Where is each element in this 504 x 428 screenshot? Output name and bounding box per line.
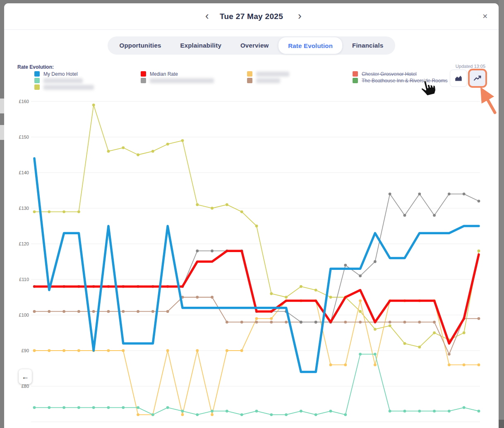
legend-item[interactable] [247, 71, 289, 77]
tab-bar: OpportunitiesExplainabilityOverviewRate … [108, 36, 396, 55]
area-chart-icon [454, 74, 463, 83]
page-scrollbar-track[interactable] [499, 0, 504, 428]
series-dot-redacted-competitor-teal [137, 406, 139, 409]
series-dot-redacted-competitor-gold [181, 413, 184, 416]
area-chart-button[interactable] [450, 70, 467, 87]
series-dot-redacted-competitor-teal [300, 410, 302, 413]
tab-overview[interactable]: Overview [231, 38, 278, 53]
series-dot-redacted-competitor-khaki [433, 332, 436, 334]
series-dot-redacted-competitor-teal [211, 410, 214, 413]
series-dot-redacted-competitor-gold [226, 349, 228, 352]
legend-title: Rate Evolution: [17, 64, 54, 70]
series-dot-redacted-competitor-tan [418, 321, 421, 324]
series-dot-redacted-competitor-khaki [166, 143, 169, 146]
series-dot-redacted-competitor-tan [107, 310, 110, 313]
series-dot-redacted-competitor-gold [196, 349, 199, 352]
series-dot-redacted-competitor-tan [62, 310, 65, 313]
series-dot-redacted-competitor-teal [77, 406, 80, 409]
series-dot-redacted-competitor-gold [137, 413, 139, 416]
scroll-left-button[interactable]: ← [19, 369, 32, 384]
series-dot-redacted-competitor-tan [226, 321, 228, 324]
series-dot-redacted-competitor-teal [62, 406, 65, 409]
series-dot-redacted-competitor-tan [166, 310, 169, 313]
series-dot-redacted-competitor-teal [448, 410, 451, 413]
series-dot-redacted-competitor-gold [478, 363, 480, 366]
legend-label-redacted [256, 78, 280, 83]
line-chart-icon [473, 74, 482, 83]
series-dot-redacted-competitor-teal [329, 410, 332, 413]
series-dot-redacted-competitor-teal [433, 410, 436, 413]
series-dot-redacted-competitor-khaki [211, 207, 214, 210]
series-dot-redacted-competitor-tan [478, 317, 480, 320]
tab-explainability[interactable]: Explainability [170, 38, 231, 53]
series-dot-redacted-competitor-teal [270, 413, 273, 416]
series-dot-redacted-competitor-tan [403, 321, 406, 324]
series-dot-redacted-competitor-teal [344, 413, 347, 416]
legend-swatch [247, 71, 252, 77]
tab-financials[interactable]: Financials [343, 38, 393, 53]
series-dot-redacted-competitor-gray [418, 192, 421, 195]
legend-item[interactable] [247, 78, 289, 83]
y-axis-tick-label: £110 [19, 277, 29, 282]
series-dot-redacted-competitor-gold [77, 349, 80, 352]
legend-item[interactable]: Median Rate [141, 71, 214, 77]
series-dot-redacted-competitor-teal [33, 406, 36, 409]
y-axis-tick-label: £100 [19, 313, 29, 317]
series-dot-redacted-competitor-khaki [463, 332, 466, 334]
series-dot-redacted-competitor-tan [33, 310, 36, 313]
series-dot-redacted-competitor-teal [374, 353, 377, 356]
series-dot-redacted-competitor-gold [48, 349, 50, 352]
updated-timestamp: Updated 13:05 [456, 64, 485, 69]
series-dot-redacted-competitor-khaki [137, 154, 139, 156]
legend-item[interactable] [34, 84, 94, 90]
line-chart-button[interactable] [468, 69, 487, 88]
series-dot-redacted-competitor-khaki [77, 210, 80, 213]
legend-item[interactable]: The Boathouse Inn & Riverside Rooms [353, 78, 447, 83]
legend-column: Chester Grosvenor HotelThe Boathouse Inn… [353, 71, 447, 84]
series-dot-redacted-competitor-teal [196, 413, 199, 416]
series-dot-redacted-competitor-tan [92, 310, 95, 313]
series-dot-redacted-competitor-tan [240, 321, 243, 324]
series-dot-redacted-competitor-teal [314, 413, 317, 416]
legend-swatch [141, 71, 146, 77]
series-dot-redacted-competitor-gray [463, 192, 466, 195]
series-dot-redacted-competitor-gold [374, 363, 377, 366]
series-dot-redacted-competitor-khaki [389, 324, 391, 327]
series-dot-redacted-competitor-khaki [33, 210, 36, 213]
legend-label-redacted [43, 85, 94, 90]
series-dot-redacted-competitor-khaki [181, 139, 184, 142]
series-dot-redacted-competitor-teal [181, 410, 184, 413]
series-dot-redacted-competitor-tan [389, 321, 391, 324]
series-dot-redacted-competitor-tan [137, 310, 139, 313]
next-day-button[interactable]: › [295, 3, 305, 30]
series-dot-redacted-competitor-khaki [300, 285, 302, 288]
series-dot-redacted-competitor-khaki [62, 210, 65, 213]
series-dot-redacted-competitor-gold [344, 363, 347, 366]
series-dot-redacted-competitor-khaki [403, 342, 406, 345]
legend-item[interactable] [141, 78, 214, 83]
series-dot-redacted-competitor-teal [403, 410, 406, 413]
legend-swatch [34, 71, 40, 77]
close-icon[interactable]: ✕ [482, 12, 488, 22]
series-dot-redacted-competitor-tan [151, 310, 154, 313]
series-dot-redacted-competitor-khaki [314, 289, 317, 291]
legend-item[interactable]: My Demo Hotel [34, 71, 94, 77]
tab-opportunities[interactable]: Opportunities [110, 38, 171, 53]
series-dot-redacted-competitor-tan [211, 296, 214, 299]
series-dot-redacted-competitor-gray [300, 321, 302, 324]
legend-label: My Demo Hotel [43, 71, 78, 77]
series-dot-redacted-competitor-gold [463, 363, 466, 366]
series-dot-redacted-competitor-khaki [329, 296, 332, 299]
series-dot-redacted-competitor-tan [77, 310, 80, 313]
legend-item[interactable]: Chester Grosvenor Hotel [353, 71, 447, 77]
y-axis-tick-label: £90 [22, 348, 29, 353]
tab-rate-evolution[interactable]: Rate Evolution [278, 37, 343, 54]
series-dot-redacted-competitor-teal [166, 406, 169, 409]
series-dot-redacted-competitor-gray [314, 321, 317, 324]
legend-label: The Boathouse Inn & Riverside Rooms [362, 78, 447, 84]
series-dot-redacted-competitor-khaki [240, 210, 243, 213]
legend-label-redacted [43, 78, 83, 83]
series-dot-redacted-competitor-teal [463, 406, 466, 409]
legend-item[interactable] [34, 78, 94, 83]
legend-column [247, 71, 289, 84]
